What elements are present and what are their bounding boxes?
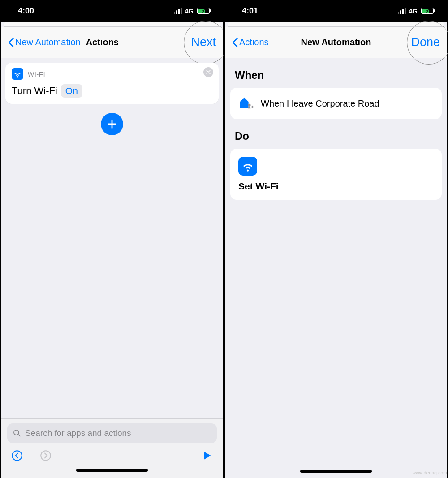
- nav-bar: Actions New Automation Done: [225, 27, 447, 58]
- status-bar: 4:01 4G ⚡︎: [225, 0, 447, 22]
- screen-right: 4:01 4G ⚡︎ Actions New Automation Done: [225, 0, 447, 478]
- action-parameter[interactable]: On: [61, 84, 82, 98]
- status-right: 4G ⚡︎: [398, 7, 434, 15]
- battery-icon: ⚡︎: [197, 8, 210, 14]
- signal-icon: [398, 8, 406, 14]
- signal-icon: [174, 8, 182, 14]
- svg-point-1: [12, 451, 22, 461]
- back-button[interactable]: Actions: [232, 37, 269, 47]
- run-button[interactable]: [201, 449, 213, 462]
- undo-button[interactable]: [11, 449, 23, 462]
- plus-icon: [106, 118, 118, 130]
- play-icon: [201, 450, 213, 461]
- action-body: Turn Wi-Fi On: [12, 84, 212, 98]
- do-card[interactable]: Set Wi-Fi: [230, 149, 442, 200]
- action-header: WI-FI: [12, 68, 212, 80]
- next-button[interactable]: Next: [191, 35, 216, 49]
- wifi-icon: [12, 68, 23, 80]
- add-action-button[interactable]: [101, 113, 123, 135]
- search-icon: [13, 429, 22, 438]
- chevron-left-icon: [8, 38, 14, 47]
- battery-icon: ⚡︎: [421, 8, 434, 14]
- bottom-panel: Search for apps and actions: [1, 418, 223, 478]
- status-time: 4:00: [18, 6, 34, 16]
- back-label: New Automation: [15, 37, 81, 47]
- back-button[interactable]: New Automation: [8, 37, 81, 47]
- leave-location-icon: [238, 96, 254, 111]
- when-header: When: [235, 69, 443, 82]
- network-label: 4G: [409, 7, 418, 15]
- home-indicator: [300, 470, 372, 473]
- nav-title: Actions: [86, 37, 119, 47]
- status-right: 4G ⚡︎: [174, 7, 210, 15]
- phone-right: 4:01 4G ⚡︎ Actions New Automation Done: [224, 0, 448, 478]
- svg-point-2: [41, 451, 51, 461]
- search-placeholder: Search for apps and actions: [25, 428, 131, 438]
- redo-button[interactable]: [39, 449, 52, 462]
- screen-left: 4:00 4G ⚡︎ New Automation Actions Nex: [1, 0, 223, 478]
- sheet-peek: [4, 22, 220, 27]
- wifi-icon: [238, 157, 257, 176]
- sheet-peek: [228, 22, 444, 27]
- status-time: 4:01: [242, 6, 258, 16]
- svg-point-3: [248, 104, 251, 107]
- content-right: When When I leave Corporate Road Do: [225, 58, 447, 478]
- redo-icon: [40, 450, 52, 461]
- remove-action-button[interactable]: [203, 67, 213, 77]
- action-text: Turn Wi-Fi: [12, 85, 57, 97]
- content-left: WI-FI Turn Wi-Fi On: [1, 58, 223, 478]
- chevron-left-icon: [232, 38, 238, 47]
- when-row[interactable]: When I leave Corporate Road: [230, 88, 442, 119]
- watermark: www.deuaq.com: [413, 470, 447, 475]
- close-icon: [206, 70, 211, 74]
- action-category: WI-FI: [28, 70, 45, 78]
- search-input[interactable]: Search for apps and actions: [7, 423, 217, 443]
- done-button[interactable]: Done: [411, 35, 440, 49]
- when-text: When I leave Corporate Road: [261, 99, 379, 109]
- phone-left: 4:00 4G ⚡︎ New Automation Actions Nex: [0, 0, 224, 478]
- action-card[interactable]: WI-FI Turn Wi-Fi On: [5, 63, 219, 104]
- toolbar: [7, 443, 217, 463]
- back-label: Actions: [239, 37, 269, 47]
- nav-bar: New Automation Actions Next: [1, 27, 223, 58]
- home-indicator: [76, 469, 148, 472]
- do-text: Set Wi-Fi: [238, 181, 434, 192]
- undo-icon: [11, 450, 23, 461]
- do-header: Do: [235, 130, 443, 142]
- network-label: 4G: [185, 7, 194, 15]
- status-bar: 4:00 4G ⚡︎: [1, 0, 223, 22]
